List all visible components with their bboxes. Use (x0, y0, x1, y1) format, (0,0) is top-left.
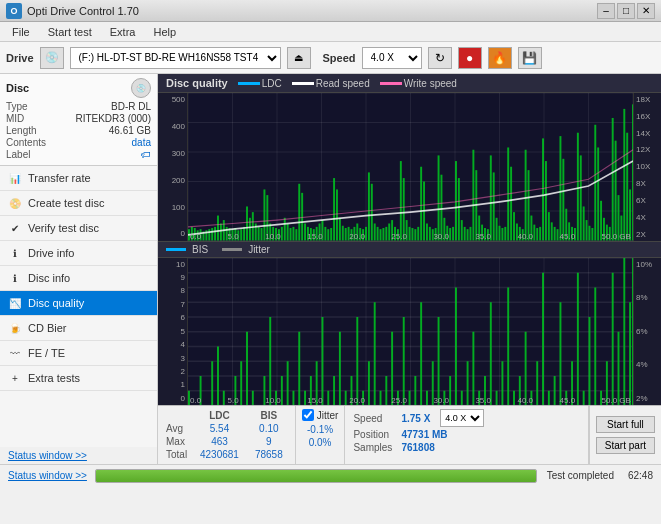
top-chart-svg (188, 93, 633, 241)
speed-value: 1.75 X (401, 413, 430, 424)
jitter-checkbox-row: Jitter (302, 409, 339, 421)
bottom-y-axis-right: 10% 8% 6% 4% 2% (633, 258, 661, 406)
statusbar: Status window >> Test completed 62:48 (0, 464, 661, 486)
svg-rect-207 (298, 331, 300, 405)
samples-value: 761808 (401, 442, 434, 453)
svg-rect-228 (420, 302, 422, 405)
svg-rect-220 (374, 302, 376, 405)
type-value: BD-R DL (111, 101, 151, 112)
titlebar: O Opti Drive Control 1.70 – □ ✕ (0, 0, 661, 22)
disc-panel: Disc 💿 Type BD-R DL MID RITEKDR3 (000) L… (0, 74, 157, 166)
burn-button[interactable]: 🔥 (488, 47, 512, 69)
drive-info-icon: ℹ (8, 246, 22, 260)
bis-col-header: BIS (247, 409, 291, 422)
drive-selector[interactable]: (F:) HL-DT-ST BD-RE WH16NS58 TST4 (70, 47, 281, 69)
sidebar-item-cd-bier[interactable]: 🍺 CD Bier (0, 316, 157, 341)
jitter-checkbox[interactable] (302, 409, 314, 421)
bottom-y-axis-left: 10 9 8 7 6 5 4 3 2 1 0 (158, 258, 188, 406)
svg-rect-231 (438, 317, 440, 406)
stats-max-row: Max 463 9 (162, 435, 291, 448)
svg-rect-121 (490, 155, 492, 240)
top-x-axis: 0.0 5.0 10.0 15.0 20.0 25.0 30.0 35.0 40… (188, 232, 633, 241)
start-full-button[interactable]: Start full (596, 416, 655, 433)
disc-label-row: Label 🏷 (6, 149, 151, 160)
svg-rect-90 (400, 161, 402, 240)
svg-rect-257 (589, 317, 591, 406)
minimize-button[interactable]: – (597, 3, 615, 19)
svg-rect-139 (542, 138, 544, 240)
sidebar-item-extra-tests[interactable]: + Extra tests (0, 366, 157, 391)
fe-te-icon: 〰 (8, 346, 22, 360)
jitter-legend-color (222, 248, 242, 251)
bottom-x-axis: 0.0 5.0 10.0 15.0 20.0 25.0 30.0 35.0 40… (188, 396, 633, 405)
speed-label: Speed (323, 52, 356, 64)
window-title: Opti Drive Control 1.70 (27, 5, 139, 17)
svg-rect-140 (545, 161, 547, 240)
speed-position-area: Speed 1.75 X 4.0 X 2.0 X 1.0 X Position … (345, 406, 588, 464)
svg-rect-223 (391, 331, 393, 405)
avg-ldc: 5.54 (192, 422, 247, 435)
jitter-stats-area: Jitter -0.1% 0.0% (296, 406, 346, 464)
progress-bar (95, 469, 537, 483)
menu-start-test[interactable]: Start test (40, 24, 100, 40)
bottom-chart-plot: 0.0 5.0 10.0 15.0 20.0 25.0 30.0 35.0 40… (188, 258, 633, 406)
svg-rect-264 (629, 302, 631, 405)
sidebar-item-create-test-disc[interactable]: 📀 Create test disc (0, 191, 157, 216)
sidebar-item-disc-quality[interactable]: 📉 Disc quality (0, 291, 157, 316)
nav-list: 📊 Transfer rate 📀 Create test disc ✔ Ver… (0, 166, 157, 447)
write-speed-legend-label: Write speed (404, 78, 457, 89)
stats-total-row: Total 4230681 78658 (162, 448, 291, 461)
save-button[interactable]: 💾 (518, 47, 542, 69)
svg-rect-255 (577, 272, 579, 405)
menu-help[interactable]: Help (145, 24, 184, 40)
sidebar-item-drive-info[interactable]: ℹ Drive info (0, 241, 157, 266)
close-button[interactable]: ✕ (637, 3, 655, 19)
top-chart: 500 400 300 200 100 0 (158, 93, 661, 241)
speed-label: Speed (353, 413, 395, 424)
bottom-chart-svg (188, 258, 633, 406)
main-layout: Disc 💿 Type BD-R DL MID RITEKDR3 (000) L… (0, 74, 661, 464)
length-value: 46.61 GB (109, 125, 151, 136)
refresh-button[interactable]: ↻ (428, 47, 452, 69)
disc-icon[interactable]: 💿 (131, 78, 151, 98)
sidebar-item-transfer-rate[interactable]: 📊 Transfer rate (0, 166, 157, 191)
bis-legend-label: BIS (192, 244, 208, 255)
disc-button[interactable]: ● (458, 47, 482, 69)
read-speed-legend-label: Read speed (316, 78, 370, 89)
speed-select[interactable]: 4.0 X 2.0 X 1.0 X (440, 409, 484, 427)
label-icon: 🏷 (141, 149, 151, 160)
status-window-button[interactable]: Status window >> (4, 470, 91, 481)
start-part-button[interactable]: Start part (596, 437, 655, 454)
menu-extra[interactable]: Extra (102, 24, 144, 40)
svg-rect-151 (577, 133, 579, 241)
svg-rect-243 (507, 287, 509, 405)
top-chart-plot: 0.0 5.0 10.0 15.0 20.0 25.0 30.0 35.0 40… (188, 93, 633, 241)
max-ldc: 463 (192, 435, 247, 448)
status-window-button[interactable]: Status window >> (0, 447, 157, 464)
ldc-col-header: LDC (192, 409, 247, 422)
position-row: Position 47731 MB (353, 429, 579, 440)
menubar: File Start test Extra Help (0, 22, 661, 42)
position-value: 47731 MB (401, 429, 447, 440)
menu-file[interactable]: File (4, 24, 38, 40)
cd-bier-icon: 🍺 (8, 321, 22, 335)
disc-info-icon: ℹ (8, 271, 22, 285)
sidebar-item-verify-test-disc[interactable]: ✔ Verify test disc (0, 216, 157, 241)
svg-rect-168 (626, 133, 628, 241)
svg-rect-202 (269, 317, 271, 406)
bottom-chart-header: BIS Jitter (158, 241, 661, 258)
svg-rect-249 (542, 272, 544, 405)
svg-rect-261 (612, 272, 614, 405)
chart-title: Disc quality (166, 77, 228, 89)
stats-table-area: LDC BIS Avg 5.54 0.10 Max 463 (158, 406, 296, 464)
sidebar-item-disc-info[interactable]: ℹ Disc info (0, 266, 157, 291)
sidebar-item-fe-te[interactable]: 〰 FE / TE (0, 341, 157, 366)
sidebar: Disc 💿 Type BD-R DL MID RITEKDR3 (000) L… (0, 74, 158, 464)
svg-rect-103 (438, 155, 440, 240)
create-disc-icon: 📀 (8, 196, 22, 210)
disc-section-label: Disc (6, 82, 29, 94)
eject-button[interactable]: ⏏ (287, 47, 311, 69)
speed-selector[interactable]: 4.0 X 1.0 X 2.0 X 8.0 X (362, 47, 422, 69)
length-label: Length (6, 125, 37, 136)
maximize-button[interactable]: □ (617, 3, 635, 19)
